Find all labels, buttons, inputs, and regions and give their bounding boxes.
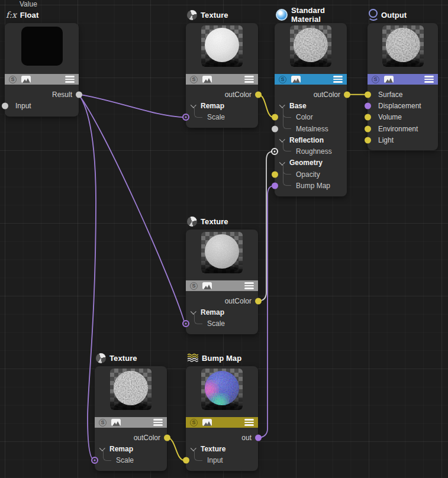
node-body[interactable]: S outColor Remap Scale bbox=[95, 366, 167, 471]
node-body[interactable]: S outColor Remap Scale bbox=[186, 23, 258, 128]
node-title: Bump Map bbox=[202, 354, 241, 363]
port-label: Volume bbox=[378, 113, 402, 121]
port-label: Scale bbox=[207, 319, 225, 328]
port-scale[interactable] bbox=[91, 457, 98, 464]
port-result[interactable] bbox=[76, 91, 82, 98]
menu-icon[interactable] bbox=[65, 76, 75, 83]
node-output[interactable]: Output S Surface Displacement Volume bbox=[368, 8, 438, 150]
port-row-outcolor: outColor bbox=[186, 89, 258, 100]
port-label: Metalness bbox=[296, 125, 328, 133]
port-surface[interactable] bbox=[365, 91, 371, 98]
port-label: Roughness bbox=[296, 147, 332, 156]
port-opacity[interactable] bbox=[272, 171, 278, 177]
swatch-mode-icon[interactable]: S bbox=[99, 419, 107, 427]
menu-icon[interactable] bbox=[244, 76, 254, 83]
port-color[interactable] bbox=[272, 114, 278, 121]
wire-texture-bottom-outcolor-to-bumpmap-input[interactable] bbox=[167, 438, 185, 461]
node-preview-swatch bbox=[201, 25, 243, 67]
node-texture-bottom[interactable]: Texture S outColor Remap Scale bbox=[95, 351, 167, 471]
port-input[interactable] bbox=[2, 102, 8, 109]
swatch-mode-icon[interactable]: S bbox=[9, 76, 17, 83]
port-scale[interactable] bbox=[182, 114, 189, 121]
shiny-sphere-icon bbox=[276, 9, 288, 21]
node-body[interactable]: S outColor Base Color Metalness bbox=[275, 23, 347, 196]
node-body[interactable]: S outColor Remap Scale bbox=[186, 230, 258, 334]
wire-texture-middle-outcolor-to-material-roughness[interactable] bbox=[258, 151, 273, 301]
port-label: Displacement bbox=[378, 102, 421, 110]
section-label: Reflection bbox=[289, 136, 324, 144]
node-float[interactable]: Value f:x Float S Result Input bbox=[5, 0, 79, 117]
port-row-displacement: Displacement bbox=[368, 100, 438, 111]
wire-bumpmap-out-to-material-bumpmap[interactable] bbox=[258, 186, 273, 438]
section-label: Remap bbox=[201, 102, 224, 110]
port-row-result: Result bbox=[5, 89, 79, 100]
node-body[interactable]: S Result Input bbox=[5, 23, 79, 117]
node-texture-middle[interactable]: Texture S outColor Remap Scale bbox=[186, 215, 258, 334]
swatch-mode-icon[interactable]: S bbox=[279, 76, 286, 83]
node-preview-swatch bbox=[201, 369, 243, 410]
menu-icon[interactable] bbox=[424, 76, 434, 83]
node-toolbar: S bbox=[186, 74, 258, 85]
menu-icon[interactable] bbox=[333, 76, 343, 83]
wire-float-result-to-texture-top-scale[interactable] bbox=[79, 95, 185, 118]
image-mode-icon[interactable] bbox=[21, 76, 31, 83]
port-metalness[interactable] bbox=[272, 125, 278, 132]
wire-float-result-to-texture-bottom-scale[interactable] bbox=[79, 95, 96, 460]
node-title-bar[interactable]: Bump Map bbox=[186, 351, 258, 364]
node-texture-top[interactable]: Texture S outColor Remap Scale bbox=[186, 8, 258, 128]
port-roughness[interactable] bbox=[271, 148, 278, 155]
port-row-texture-input: Input bbox=[186, 455, 258, 466]
port-light[interactable] bbox=[365, 137, 371, 143]
port-row-scale: Scale bbox=[95, 455, 167, 466]
checker-sphere-icon bbox=[96, 353, 106, 363]
node-title-bar[interactable]: Texture bbox=[186, 215, 258, 228]
image-mode-icon[interactable] bbox=[202, 419, 212, 426]
port-outcolor[interactable] bbox=[164, 434, 170, 441]
port-label: Opacity bbox=[296, 170, 320, 179]
image-mode-icon[interactable] bbox=[111, 419, 121, 426]
image-mode-icon[interactable] bbox=[384, 76, 394, 83]
swatch-mode-icon[interactable]: S bbox=[190, 76, 198, 83]
node-toolbar: S bbox=[186, 280, 258, 291]
port-outcolor[interactable] bbox=[344, 91, 350, 98]
port-out[interactable] bbox=[255, 434, 262, 441]
wire-texture-top-outcolor-to-material-color[interactable] bbox=[258, 95, 273, 118]
section-label: Texture bbox=[201, 445, 225, 453]
section-label: Remap bbox=[201, 308, 224, 316]
port-scale[interactable] bbox=[182, 320, 189, 327]
node-bump-map[interactable]: Bump Map S out Texture Input bbox=[186, 351, 258, 471]
port-volume[interactable] bbox=[365, 114, 371, 121]
node-standard-material[interactable]: Standard Material S outColor Base Color bbox=[275, 8, 347, 196]
node-title-bar[interactable]: Output bbox=[368, 8, 438, 21]
node-body[interactable]: S out Texture Input bbox=[186, 366, 258, 471]
image-mode-icon[interactable] bbox=[202, 76, 212, 83]
port-label: outColor bbox=[225, 297, 252, 305]
fx-icon: f:x bbox=[6, 11, 17, 19]
port-row-volume: Volume bbox=[368, 112, 438, 123]
node-body[interactable]: S Surface Displacement Volume En bbox=[368, 23, 438, 150]
port-outcolor[interactable] bbox=[255, 298, 262, 304]
port-label: Surface bbox=[378, 91, 402, 99]
image-mode-icon[interactable] bbox=[202, 282, 212, 289]
menu-icon[interactable] bbox=[244, 282, 254, 289]
menu-icon[interactable] bbox=[244, 419, 254, 426]
port-environment[interactable] bbox=[365, 125, 371, 132]
swatch-mode-icon[interactable]: S bbox=[190, 419, 198, 427]
swatch-mode-icon[interactable]: S bbox=[372, 76, 379, 83]
node-toolbar: S bbox=[5, 74, 79, 85]
image-mode-icon[interactable] bbox=[291, 76, 301, 83]
node-preview-swatch bbox=[382, 25, 424, 67]
menu-icon[interactable] bbox=[153, 419, 163, 426]
node-editor-canvas[interactable]: Value f:x Float S Result Input bbox=[0, 0, 448, 478]
node-toolbar: S bbox=[186, 417, 258, 428]
node-title-bar[interactable]: f:x Float bbox=[5, 8, 79, 21]
node-title-bar[interactable]: Texture bbox=[95, 351, 167, 364]
port-bump-map[interactable] bbox=[272, 183, 278, 189]
node-title-bar[interactable]: Standard Material bbox=[275, 8, 347, 21]
port-displacement[interactable] bbox=[365, 102, 371, 109]
port-texture-input[interactable] bbox=[183, 457, 189, 464]
node-title-bar[interactable]: Texture bbox=[186, 8, 258, 21]
port-row-out: out bbox=[186, 432, 258, 443]
swatch-mode-icon[interactable]: S bbox=[190, 282, 198, 290]
port-outcolor[interactable] bbox=[255, 91, 262, 98]
